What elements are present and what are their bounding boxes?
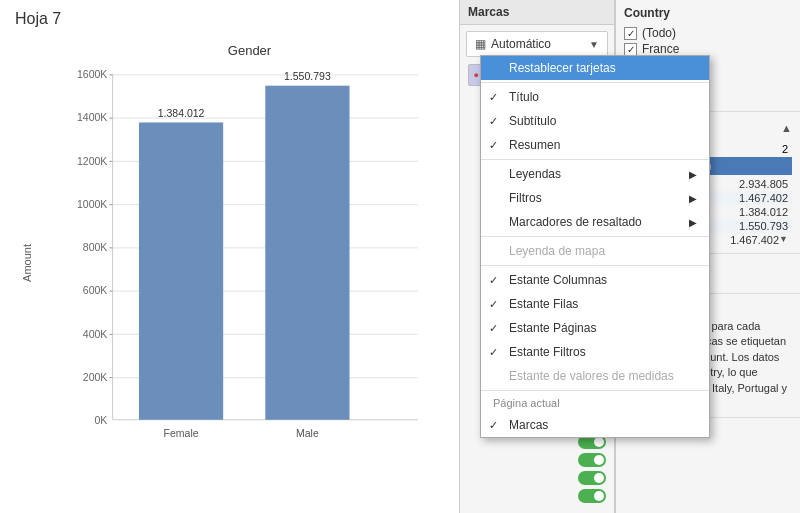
- marcas-panel: Marcas ▦ Automático ▼ ●● ◯ ⊡ Restablecer…: [460, 0, 615, 513]
- estante-columnas-label: Estante Columnas: [509, 273, 607, 287]
- separator-3: [481, 236, 709, 237]
- suma-value: 2.934.805: [739, 178, 788, 190]
- context-menu-leyenda-mapa: Leyenda de mapa: [481, 239, 709, 263]
- bar-female[interactable]: [139, 122, 223, 419]
- filtros-label: Filtros: [509, 191, 542, 205]
- filter-label-todo: (Todo): [642, 26, 676, 40]
- svg-text:800K: 800K: [83, 241, 108, 253]
- svg-text:Female: Female: [164, 427, 199, 439]
- filter-label-france: France: [642, 42, 679, 56]
- svg-text:0K: 0K: [95, 414, 108, 426]
- y-axis-label: Amount: [21, 244, 33, 282]
- maximo-value: 1.550.793: [739, 220, 788, 232]
- scroll-indicator: ▲: [781, 122, 792, 134]
- chevron-down-icon: ▼: [589, 39, 599, 50]
- svg-text:Male: Male: [296, 427, 319, 439]
- context-menu: Restablecer tarjetas ✓ Título ✓ Subtítul…: [480, 55, 710, 438]
- svg-text:1400K: 1400K: [77, 111, 107, 123]
- pagina-actual-label: Página actual: [493, 397, 560, 409]
- chart-panel: Hoja 7 Gender Amount 1600K 1400K 1200K 1…: [0, 0, 460, 513]
- minimo-value: 1.384.012: [739, 206, 788, 218]
- context-menu-leyendas[interactable]: Leyendas ▶: [481, 162, 709, 186]
- check-est-fil: ✓: [489, 298, 498, 311]
- chart-title: Gender: [60, 43, 439, 58]
- estante-filas-label: Estante Filas: [509, 297, 578, 311]
- context-menu-marcas[interactable]: ✓ Marcas: [481, 413, 709, 437]
- context-menu-resumen[interactable]: ✓ Resumen: [481, 133, 709, 157]
- context-menu-estante-valores: Estante de valores de medidas: [481, 364, 709, 388]
- check-est-fil2: ✓: [489, 346, 498, 359]
- subtitulo-label: Subtítulo: [509, 114, 556, 128]
- separator-1: [481, 82, 709, 83]
- context-menu-subtitulo[interactable]: ✓ Subtítulo: [481, 109, 709, 133]
- svg-text:200K: 200K: [83, 371, 108, 383]
- check-subtitulo: ✓: [489, 115, 498, 128]
- separator-2: [481, 159, 709, 160]
- bar-male[interactable]: [265, 86, 349, 420]
- context-menu-marcadores[interactable]: Marcadores de resaltado ▶: [481, 210, 709, 234]
- bar-chart-icon: ▦: [475, 37, 486, 51]
- resumen-label: Resumen: [509, 138, 560, 152]
- chart-svg: 1600K 1400K 1200K 1000K 800K 600K 400K 2…: [60, 63, 439, 463]
- context-menu-estante-columnas[interactable]: ✓ Estante Columnas: [481, 268, 709, 292]
- context-menu-estante-filtros[interactable]: ✓ Estante Filtros: [481, 340, 709, 364]
- promedio-value: 1.467.402: [739, 192, 788, 204]
- svg-text:1.550.793: 1.550.793: [284, 70, 331, 82]
- context-menu-filtros[interactable]: Filtros ▶: [481, 186, 709, 210]
- svg-text:400K: 400K: [83, 327, 108, 339]
- sheet-title: Hoja 7: [0, 0, 459, 33]
- marcadores-arrow-icon: ▶: [689, 217, 697, 228]
- toggle-3[interactable]: [578, 471, 606, 485]
- svg-text:1200K: 1200K: [77, 154, 107, 166]
- estante-paginas-label: Estante Páginas: [509, 321, 596, 335]
- check-resumen: ✓: [489, 139, 498, 152]
- svg-text:1.384.012: 1.384.012: [158, 107, 205, 119]
- check-titulo: ✓: [489, 91, 498, 104]
- marcas-label: Marcas: [509, 418, 548, 432]
- marcas-type-dropdown[interactable]: ▦ Automático ▼: [466, 31, 608, 57]
- mediana-scroll-icon: ▼: [779, 234, 788, 246]
- leyendas-arrow-icon: ▶: [689, 169, 697, 180]
- svg-text:600K: 600K: [83, 284, 108, 296]
- check-est-pag: ✓: [489, 322, 498, 335]
- marcas-dropdown-label: Automático: [491, 37, 589, 51]
- marcas-header: Marcas: [460, 0, 614, 25]
- separator-5: [481, 390, 709, 391]
- toggle-2[interactable]: [578, 453, 606, 467]
- context-menu-estante-filas[interactable]: ✓ Estante Filas: [481, 292, 709, 316]
- chart-container: Gender Amount 1600K 1400K 1200K 1000K 80…: [0, 33, 459, 493]
- recuento-value: 2: [782, 143, 788, 155]
- check-marcas: ✓: [489, 419, 498, 432]
- leyenda-mapa-label: Leyenda de mapa: [509, 244, 605, 258]
- check-est-col: ✓: [489, 274, 498, 287]
- estante-filtros-label: Estante Filtros: [509, 345, 586, 359]
- filter-item-todo: ✓ (Todo): [624, 25, 792, 41]
- svg-text:1600K: 1600K: [77, 68, 107, 80]
- filtros-arrow-icon: ▶: [689, 193, 697, 204]
- estante-valores-label: Estante de valores de medidas: [509, 369, 674, 383]
- leyendas-label: Leyendas: [509, 167, 561, 181]
- context-menu-estante-paginas[interactable]: ✓ Estante Páginas: [481, 316, 709, 340]
- marcadores-label: Marcadores de resaltado: [509, 215, 642, 229]
- checkbox-todo[interactable]: ✓: [624, 27, 637, 40]
- mediana-value: 1.467.402: [730, 234, 779, 246]
- separator-4: [481, 265, 709, 266]
- context-menu-titulo[interactable]: ✓ Título: [481, 85, 709, 109]
- checkbox-france[interactable]: ✓: [624, 43, 637, 56]
- restablecer-label: Restablecer tarjetas: [509, 61, 616, 75]
- titulo-label: Título: [509, 90, 539, 104]
- svg-text:1000K: 1000K: [77, 198, 107, 210]
- context-menu-restablecer[interactable]: Restablecer tarjetas: [481, 56, 709, 80]
- country-filter-title: Country: [624, 6, 792, 20]
- context-menu-pagina-actual: Página actual: [481, 393, 709, 413]
- toggle-4[interactable]: [578, 489, 606, 503]
